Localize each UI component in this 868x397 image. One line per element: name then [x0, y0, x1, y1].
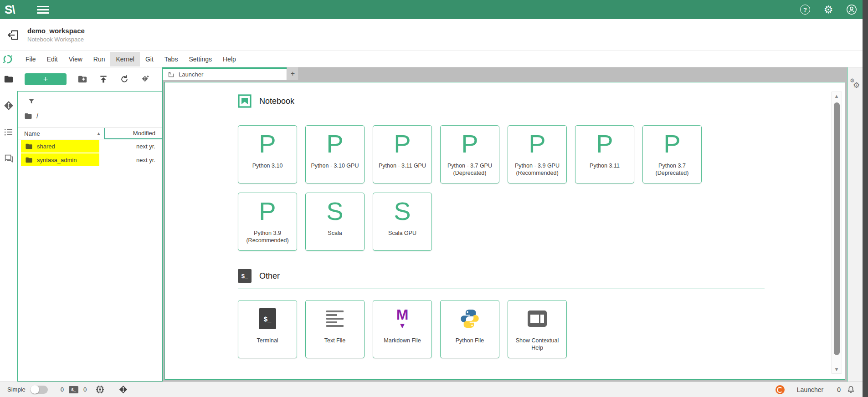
highlighted-name: shared	[21, 140, 99, 153]
git-clone-icon[interactable]	[140, 74, 150, 84]
contextual-help-icon	[527, 310, 547, 327]
tab-label: Launcher	[179, 71, 203, 78]
dirlisting-header: Name ▲ Modified	[18, 127, 162, 139]
tab-launcher[interactable]: Launcher	[163, 67, 287, 80]
refresh-icon[interactable]	[119, 74, 129, 84]
menu-run[interactable]: Run	[88, 52, 111, 66]
chat-tab-icon[interactable]	[3, 153, 14, 164]
hamburger-menu-icon[interactable]	[37, 6, 49, 14]
app-root: S\ ? ⚙ demo_workspace Notebook W	[0, 0, 868, 397]
file-modified-cell: next yr.	[104, 157, 162, 163]
left-sidebar-rail	[0, 67, 17, 382]
kernel-status-spinner-icon	[3, 54, 13, 64]
terminal-icon: $_	[259, 308, 276, 329]
kernel-card-python-3-9-gpu-recommended[interactable]: P Python - 3.9 GPU (Recommended)	[508, 125, 567, 183]
launcher-card-markdown-file[interactable]: M ▼ Markdown File	[373, 300, 432, 358]
other-section-header: $_ Other	[238, 269, 765, 283]
file-browser-toolbar: +	[17, 67, 162, 91]
simple-mode-toggle[interactable]	[31, 386, 48, 394]
kernel-card-scala[interactable]: S Scala	[305, 193, 365, 251]
upload-icon[interactable]	[98, 74, 108, 84]
tab-bar: Launcher +	[163, 67, 847, 80]
menu-kernel[interactable]: Kernel	[110, 52, 139, 66]
other-section: $_ Other $_ Terminal Text File	[238, 269, 765, 358]
menu-view[interactable]: View	[63, 52, 88, 66]
workspace-title: demo_workspace	[27, 27, 85, 35]
help-icon[interactable]: ?	[800, 4, 811, 15]
launcher-body: Notebook P Python 3.10 P Python - 3.10 G…	[164, 82, 845, 380]
workspace-header: demo_workspace Notebook Workspace	[0, 19, 863, 51]
topbar: S\ ? ⚙	[0, 0, 863, 19]
notebook-section-header: Notebook	[238, 94, 765, 108]
new-launcher-button[interactable]: +	[25, 73, 67, 85]
notebook-icon	[238, 94, 252, 108]
kernel-card-python-3-11-gpu[interactable]: P Python - 3.11 GPU	[373, 125, 432, 183]
notebook-section-title: Notebook	[259, 97, 294, 106]
kernel-card-python-3-7-deprecated[interactable]: P Python 3.7 (Deprecated)	[642, 125, 702, 183]
markdown-icon: M ▼	[396, 308, 409, 329]
notebook-cards: P Python 3.10 P Python - 3.10 GPU P Pyth…	[238, 125, 765, 251]
breadcrumb-folder-icon[interactable]	[24, 112, 32, 120]
kernel-count: 0	[83, 386, 87, 393]
active-context-label: Launcher	[797, 386, 823, 393]
content-area: +	[0, 67, 863, 382]
new-folder-icon[interactable]	[77, 74, 87, 84]
menu-edit[interactable]: Edit	[41, 52, 63, 66]
property-inspector-gears-icon[interactable]: ⚙ ⚙	[850, 80, 861, 91]
other-cards: $_ Terminal Text File M	[238, 300, 765, 358]
menu-tabs[interactable]: Tabs	[159, 52, 184, 66]
file-name-cell: syntasa_admin	[18, 153, 104, 166]
workspace-titles: demo_workspace Notebook Workspace	[27, 27, 85, 43]
highlighted-name: syntasa_admin	[21, 153, 99, 166]
section-divider	[238, 289, 765, 289]
kernel-chip-icon[interactable]	[96, 385, 104, 394]
simple-mode-label: Simple	[7, 386, 26, 393]
menu-file[interactable]: File	[20, 52, 41, 66]
launcher-card-terminal[interactable]: $_ Terminal	[238, 300, 297, 358]
exit-workspace-icon[interactable]	[6, 28, 20, 42]
menu-help[interactable]: Help	[217, 52, 241, 66]
launcher-card-text-file[interactable]: Text File	[305, 300, 365, 358]
dock-panel: Launcher + Notebook P	[162, 67, 847, 382]
menu-settings[interactable]: Settings	[183, 52, 217, 66]
table-of-contents-tab-icon[interactable]	[3, 127, 14, 137]
menu-items: File Edit View Run Kernel Git Tabs Setti…	[20, 52, 241, 66]
launcher-card-python-file[interactable]: Python File	[440, 300, 499, 358]
python-icon	[459, 308, 480, 329]
scroll-up-icon[interactable]: ▲	[834, 92, 839, 100]
menu-git[interactable]: Git	[140, 52, 159, 66]
file-browser-listing: / Name ▲ Modified	[17, 91, 162, 382]
filter-icon[interactable]	[27, 97, 162, 106]
file-row-shared[interactable]: shared next yr.	[18, 139, 162, 153]
file-row-syntasa-admin[interactable]: syntasa_admin next yr.	[18, 153, 162, 167]
column-header-modified[interactable]: Modified	[105, 128, 162, 139]
launcher-scrollbar[interactable]: ▲ ▼	[831, 92, 842, 374]
kernel-card-python-3-10-gpu[interactable]: P Python - 3.10 GPU	[305, 125, 365, 183]
kernel-card-python-3-10[interactable]: P Python 3.10	[238, 125, 297, 183]
terminal-status-icon[interactable]: $_	[69, 386, 78, 393]
status-bar-right: Launcher 0	[776, 385, 855, 394]
topbar-actions: ? ⚙	[800, 4, 857, 15]
settings-gear-icon[interactable]: ⚙	[823, 4, 834, 15]
kernel-card-python-3-11[interactable]: P Python 3.11	[575, 125, 634, 183]
other-section-title: Other	[259, 271, 280, 281]
kernel-card-python-3-7-gpu-deprecated[interactable]: P Python - 3.7 GPU (Deprecated)	[440, 125, 499, 183]
git-tab-icon[interactable]	[3, 100, 14, 111]
kernel-card-scala-gpu[interactable]: S Scala GPU	[373, 193, 432, 251]
git-status-icon[interactable]	[119, 385, 128, 394]
kernel-card-python-3-9-recommended[interactable]: P Python 3.9 (Recommended)	[238, 193, 297, 251]
breadcrumb-root[interactable]: /	[36, 112, 38, 120]
add-tab-button[interactable]: +	[287, 67, 299, 80]
section-divider	[238, 114, 765, 114]
account-icon[interactable]	[846, 4, 857, 15]
window-edge-scrollbar[interactable]	[863, 0, 868, 397]
launcher-card-show-contextual-help[interactable]: Show Contextual Help	[508, 300, 567, 358]
scroll-down-icon[interactable]: ▼	[834, 365, 839, 373]
file-name-cell: shared	[18, 140, 104, 153]
file-browser-tab-folder-icon[interactable]	[3, 74, 14, 85]
column-header-name[interactable]: Name ▲	[18, 128, 104, 139]
launcher-tab-icon	[168, 71, 175, 78]
scrollbar-thumb[interactable]	[834, 102, 840, 355]
main-column: S\ ? ⚙ demo_workspace Notebook W	[0, 0, 863, 397]
notification-bell-icon[interactable]	[847, 385, 855, 394]
